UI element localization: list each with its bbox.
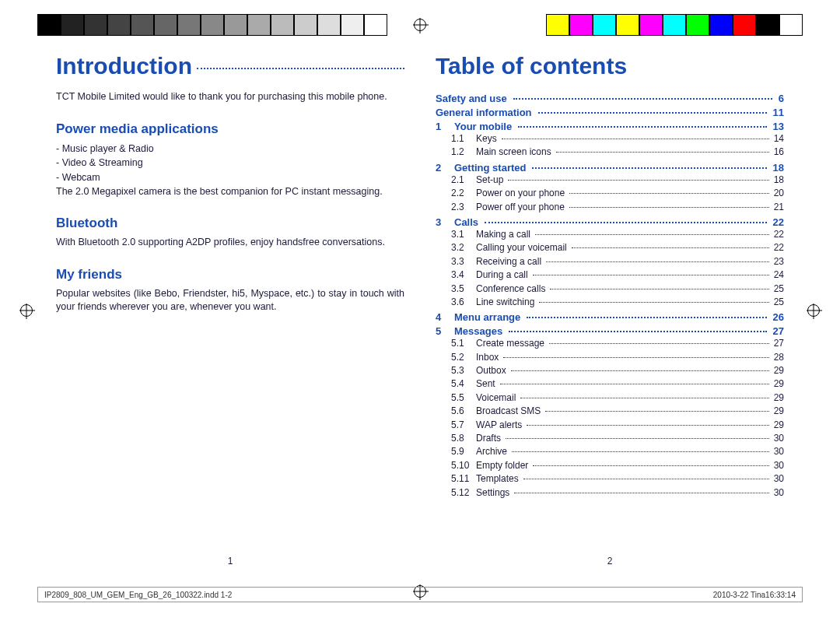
toc-section-label: Main screen icons <box>476 146 551 159</box>
toc-section-label: Drafts <box>476 432 501 445</box>
footer-timestamp: 2010-3-22 Tina16:33:14 <box>713 591 796 599</box>
toc-section-number: 2.1 <box>451 174 471 187</box>
toc-subentry: 5.4Sent29 <box>436 377 784 391</box>
color-bar-right <box>546 14 803 36</box>
toc-subentry: 3.4During a call24 <box>436 268 784 282</box>
toc-subentry: 1.1Keys14 <box>436 132 784 146</box>
toc-section-label: WAP alerts <box>476 419 522 432</box>
toc-page-ref: 30 <box>774 486 784 500</box>
registration-mark-icon <box>20 304 33 317</box>
registration-mark-icon <box>414 19 426 31</box>
toc-page-ref: 21 <box>774 201 784 214</box>
toc-page-ref: 29 <box>774 364 784 377</box>
toc-section-label: Broadcast SMS <box>476 405 541 418</box>
toc-subentry: 5.5Voicemail29 <box>436 391 784 405</box>
toc-subentry: 5.3Outbox29 <box>436 364 784 377</box>
toc-section-number: 2.2 <box>451 187 471 200</box>
toc-subentry: 5.2Inbox28 <box>436 351 784 364</box>
leader-dots <box>533 275 769 275</box>
toc-section-number: 5.10 <box>451 459 471 472</box>
list-item: Webcam <box>56 170 404 185</box>
toc-section-label: Conference calls <box>476 282 545 296</box>
color-swatch <box>84 14 107 36</box>
toc-section-label: Making a call <box>476 228 530 241</box>
toc-page-ref: 24 <box>774 268 784 282</box>
leader-dots <box>572 247 769 248</box>
power-media-note: The 2.0 Megapixel camera is the best com… <box>56 185 404 199</box>
toc-page-ref: 22 <box>774 228 784 241</box>
toc-section-number: 5.7 <box>451 419 471 432</box>
toc-subentry: 3.5Conference calls25 <box>436 282 784 296</box>
page-1: Introduction TCT Mobile Limited would li… <box>56 53 404 567</box>
toc-page-ref: 26 <box>773 311 784 323</box>
toc-section-number: 5.8 <box>451 432 471 445</box>
leader-dots <box>545 411 768 412</box>
toc-page-ref: 25 <box>774 296 784 309</box>
heading-bluetooth: Bluetooth <box>56 216 404 231</box>
toc-page-ref: 22 <box>774 241 784 254</box>
heading-power-media: Power media applications <box>56 121 404 137</box>
leader-dots <box>512 451 769 452</box>
registration-mark-icon <box>807 304 820 317</box>
toc-section-label: Set-up <box>476 174 503 187</box>
toc-page-ref: 6 <box>779 93 784 104</box>
toc-subentry: 3.2Calling your voicemail22 <box>436 241 784 254</box>
toc-section-label: Templates <box>476 472 519 486</box>
color-swatch <box>686 14 709 36</box>
toc-section-label: Receiving a call <box>476 255 541 268</box>
color-swatch <box>37 14 61 36</box>
toc-section-number: 5.4 <box>451 377 471 391</box>
leader-dots <box>546 261 769 262</box>
toc-page-ref: 30 <box>774 445 784 458</box>
toc-section-label: Power off your phone <box>476 201 565 214</box>
color-swatch <box>569 14 593 36</box>
toc-chapter-number: 1 <box>436 121 448 132</box>
toc-subentry: 5.1Create message27 <box>436 337 784 350</box>
leader-dots <box>569 193 769 194</box>
leader-dots <box>506 438 769 439</box>
toc-subentry: 2.3Power off your phone21 <box>436 201 784 214</box>
toc-subentry: 5.11Templates30 <box>436 472 784 486</box>
power-media-list: Music player & RadioVideo & StreamingWeb… <box>56 142 404 185</box>
list-item: Video & Streaming <box>56 156 404 170</box>
color-swatch <box>107 14 131 36</box>
toc-section-number: 5.12 <box>451 486 471 500</box>
toc-section-number: 2.3 <box>451 201 471 214</box>
toc-section-number: 3.2 <box>451 241 471 254</box>
toc-section-number: 5.6 <box>451 405 471 418</box>
leader-dots <box>518 126 766 128</box>
toc-section-number: 3.3 <box>451 255 471 268</box>
footer-filename: IP2809_808_UM_GEM_Eng_GB_26_100322.indd … <box>44 591 232 599</box>
toc-section-number: 5.9 <box>451 445 471 458</box>
toc-page-ref: 13 <box>773 121 784 132</box>
color-swatch <box>61 14 84 36</box>
toc-chapter-number: 4 <box>436 311 448 323</box>
toc-page-ref: 29 <box>774 419 784 432</box>
color-swatch <box>616 14 639 36</box>
color-swatch <box>593 14 616 36</box>
leader-dots <box>550 289 768 289</box>
toc-section-number: 3.6 <box>451 296 471 309</box>
toc-subentry: 5.7WAP alerts29 <box>436 419 784 432</box>
leader-dots <box>533 465 768 466</box>
toc-page-ref: 27 <box>773 325 784 337</box>
color-swatch <box>546 14 569 36</box>
toc-subentry: 5.6Broadcast SMS29 <box>436 405 784 418</box>
leader-dots <box>513 98 772 100</box>
leader-dots <box>514 493 768 493</box>
toc-section-label: Create message <box>476 337 544 350</box>
toc-section-number: 1.2 <box>451 146 471 159</box>
leader-dots <box>503 357 768 358</box>
toc-page-ref: 11 <box>773 107 784 118</box>
leader-dots <box>535 234 769 235</box>
intro-paragraph: TCT Mobile Limited would like to thank y… <box>56 90 404 104</box>
color-swatch <box>364 14 387 36</box>
toc-section-label: Archive <box>476 445 507 458</box>
leader-dots <box>485 222 766 223</box>
leader-dots <box>197 68 404 69</box>
toc-section-number: 5.2 <box>451 351 471 364</box>
leader-dots <box>538 112 767 114</box>
color-swatch <box>733 14 756 36</box>
toc-section-label: Empty folder <box>476 459 528 472</box>
color-swatch <box>709 14 733 36</box>
